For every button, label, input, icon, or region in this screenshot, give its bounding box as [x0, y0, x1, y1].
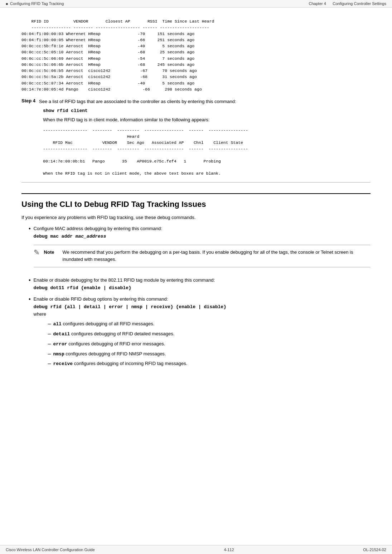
note-pencil-icon: ✎: [34, 249, 40, 256]
top-bar: ■ Configuring RFID Tag Tracking Chapter …: [0, 0, 392, 8]
footer-page: 4-112: [224, 548, 234, 552]
top-bar-left: ■ Configuring RFID Tag Tracking: [6, 1, 64, 6]
dash-list: all configures debugging of all RFID mes…: [48, 320, 226, 368]
intro-para: If you experience any problems with RFID…: [21, 214, 371, 222]
dash-item-receive: receive configures debugging of incoming…: [48, 360, 226, 368]
note-label: Note: [44, 249, 58, 256]
bullet-item-2-content: Enable or disable debugging for the 802.…: [34, 277, 215, 292]
command-debug-mac: debug mac addr mac_address: [34, 234, 106, 239]
main-content: RFID ID VENDOR Closest AP RSSI Time Sinc…: [0, 8, 392, 395]
command-debug-rfid: debug rfid {all | detail | error | nmsp …: [34, 304, 226, 310]
step4-text: See a list of RFID tags that are associa…: [39, 98, 236, 105]
bullet-item-3-text: Enable or disable RFID debug options by …: [34, 296, 168, 302]
note-text-1: We recommend that you perform the debugg…: [63, 249, 371, 264]
where-label: where: [34, 311, 46, 317]
bullet-list: Configure MAC address debugging by enter…: [29, 225, 371, 370]
footer-bar: Cisco Wireless LAN Controller Configurat…: [0, 545, 392, 554]
code-block-rfid-client: ------------------ -------- --------- --…: [43, 127, 371, 176]
bullet-item-1-content: Configure MAC address debugging by enter…: [34, 225, 371, 273]
dash-item-all: all configures debugging of all RFID mes…: [48, 320, 226, 328]
separator: [21, 182, 371, 183]
footer-left: Cisco Wireless LAN Controller Configurat…: [6, 548, 95, 552]
step4-row: Step 4 See a list of RFID tags that are …: [21, 98, 371, 105]
chapter-title: Configuring Controller Settings: [333, 1, 386, 6]
footer-right: OL-21524-02: [363, 548, 386, 552]
para-when-rfid: When the RFID tag is in client mode, inf…: [43, 116, 371, 124]
section-heading: Using the CLI to Debug RFID Tag Tracking…: [21, 193, 371, 209]
dash-item-error: error configures debugging of RFID error…: [48, 340, 226, 348]
bullet-item-3: Enable or disable RFID debug options by …: [29, 296, 371, 370]
bullet-item-2-text: Enable or disable debugging for the 802.…: [34, 277, 215, 283]
command-debug-dot11: debug dot11 rfid {enable | disable}: [34, 285, 131, 291]
dash-item-nmsp-content: nmsp configures debugging of RFID NMSP m…: [53, 350, 166, 358]
bullet-item-3-content: Enable or disable RFID debug options by …: [34, 296, 226, 370]
dash-item-detail: detail configures debugging of RFID deta…: [48, 330, 226, 338]
command-show-rfid: show rfid client: [43, 108, 371, 113]
dash-item-detail-content: detail configures debugging of RFID deta…: [53, 330, 175, 338]
bullet-item-1-text: Configure MAC address debugging by enter…: [34, 226, 162, 231]
dash-item-receive-content: receive configures debugging of incoming…: [53, 360, 188, 368]
chapter-label: Chapter 4: [309, 1, 326, 6]
note-box-1: ✎ Note We recommend that you perform the…: [34, 245, 371, 268]
dash-item-all-content: all configures debugging of all RFID mes…: [53, 320, 155, 328]
bullet-item-1: Configure MAC address debugging by enter…: [29, 225, 371, 273]
chapter-info: Chapter 4 Configuring Controller Setting…: [309, 1, 386, 6]
section-bullet: ■: [6, 2, 8, 6]
dash-item-nmsp: nmsp configures debugging of RFID NMSP m…: [48, 350, 226, 358]
section-label-text: Configuring RFID Tag Tracking: [10, 1, 64, 6]
bullet-item-2: Enable or disable debugging for the 802.…: [29, 277, 371, 292]
dash-item-error-content: error configures debugging of RFID error…: [53, 340, 165, 348]
step4-label: Step 4: [21, 98, 35, 103]
code-block-rfid-list: RFID ID VENDOR Closest AP RSSI Time Sinc…: [21, 18, 371, 92]
